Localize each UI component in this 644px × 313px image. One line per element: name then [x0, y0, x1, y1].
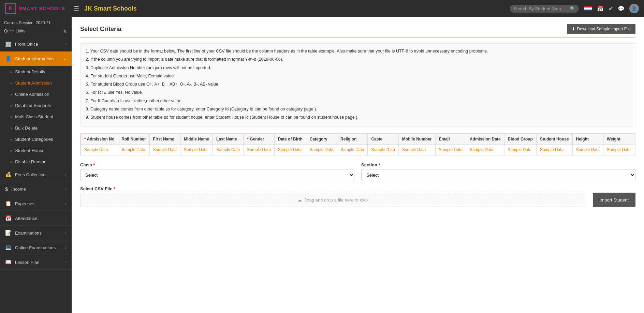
table-cell: Sample Data — [118, 145, 149, 155]
chevron-right-icon: › — [65, 173, 67, 177]
chevron-icon: » — [10, 115, 12, 119]
chevron-right-icon: › — [65, 216, 67, 220]
instructions-panel: 1. Your CSV data should be in the format… — [80, 43, 635, 126]
import-student-button[interactable]: Import Student — [593, 193, 635, 207]
sidebar-item-expenses[interactable]: 📋 Expenses › — [0, 196, 72, 211]
instruction-line: 5. For student Blood Group use O+, A+, B… — [86, 81, 630, 88]
sidebar-item-student-information[interactable]: 👤 Student Information ⌄ — [0, 51, 72, 66]
sidebar-item-examinations[interactable]: 📝 Examinations › — [0, 226, 72, 240]
sample-table: * Admission NoRoll NumberFirst NameMiddl… — [80, 134, 635, 155]
lesson-icon: 📖 — [5, 259, 12, 265]
table-row: Sample DataSample DataSample DataSample … — [81, 145, 636, 155]
section-required: * — [379, 162, 380, 167]
sidebar-subitem-student-admission[interactable]: » Student Admission — [0, 77, 72, 89]
class-group: Class * Select — [80, 162, 354, 181]
sidebar-subitem-disable-reason[interactable]: » Disable Reason — [0, 156, 72, 167]
form-section: Class * Select Section * Sel — [80, 162, 635, 207]
sidebar-subitem-student-details[interactable]: » Student Details — [0, 66, 72, 77]
csv-import-row: Select CSV File * ☁ Drag and drop a file… — [80, 186, 635, 207]
subitem-label: Student House — [15, 148, 44, 153]
file-upload-area[interactable]: ☁ Drag and drop a file here or click — [80, 193, 586, 207]
table-header: First Name — [149, 134, 180, 145]
instruction-line: 4. For student Gender use Male, Female v… — [86, 73, 630, 80]
sample-table-wrapper: * Admission NoRoll NumberFirst NameMiddl… — [80, 133, 635, 155]
hamburger-icon[interactable]: ☰ — [74, 5, 79, 12]
download-sample-button[interactable]: ⬇ Download Sample Import File — [567, 24, 635, 34]
sidebar-item-label: Online Examinations — [15, 245, 56, 250]
table-cell: Sample Data — [398, 145, 435, 155]
sidebar-item-lesson-plan[interactable]: 📖 Lesson Plan › — [0, 255, 72, 270]
class-select[interactable]: Select — [80, 169, 354, 181]
flag-icon[interactable] — [584, 6, 592, 11]
subitem-label: Disabled Students — [15, 103, 51, 108]
online-exams-icon: 💻 — [5, 244, 12, 251]
attendance-icon: 📅 — [5, 215, 12, 221]
section-select[interactable]: Select — [361, 169, 635, 181]
table-header: As on Date — [634, 134, 635, 145]
sidebar-subitem-bulk-delete[interactable]: » Bulk Delete — [0, 122, 72, 134]
app-title: JK Smart Schools — [84, 5, 505, 12]
grid-icon[interactable]: ⊞ — [64, 29, 68, 33]
instruction-line: 9. Student house comes from other table … — [86, 114, 630, 121]
chevron-icon: » — [10, 137, 12, 141]
app-logo: K SMART SCHOOLS — [5, 3, 65, 14]
chevron-right-icon: › — [65, 231, 67, 235]
instruction-line: 1. Your CSV data should be in the format… — [86, 48, 630, 55]
csv-group: Select CSV File * ☁ Drag and drop a file… — [80, 186, 586, 207]
table-header: Religion — [337, 134, 368, 145]
sidebar-item-income[interactable]: $ Income › — [0, 182, 72, 196]
tasks-icon[interactable]: ✔ — [609, 5, 613, 12]
table-header: * Admission No — [81, 134, 118, 145]
sidebar-item-attendance[interactable]: 📅 Attendance › — [0, 211, 72, 226]
sidebar-item-label: Student Information — [15, 56, 54, 61]
instruction-line: 6. For RTE use Yes, No value. — [86, 89, 630, 96]
search-input[interactable] — [513, 6, 568, 11]
file-upload-placeholder: Drag and drop a file here or click — [305, 197, 369, 203]
main-layout: Current Session: 2020-21 Quick Links ⊞ 🏢… — [0, 17, 644, 313]
table-cell: Sample Data — [274, 145, 306, 155]
sidebar-subitem-student-categories[interactable]: » Student Categories — [0, 134, 72, 145]
table-header: Blood Group — [504, 134, 536, 145]
brand-name: SMART SCHOOLS — [19, 6, 65, 11]
table-header: Roll Number — [118, 134, 149, 145]
table-cell: Sample Data — [466, 145, 504, 155]
sidebar-subitem-multi-class[interactable]: » Multi Class Student — [0, 111, 72, 122]
table-header: Email — [435, 134, 466, 145]
whatsapp-icon[interactable]: 💬 — [618, 5, 625, 12]
table-cell: Sample Data — [504, 145, 536, 155]
sidebar-subitem-student-house[interactable]: » Student House — [0, 145, 72, 156]
table-header: Caste — [368, 134, 398, 145]
class-label: Class * — [80, 162, 354, 167]
chevron-icon: » — [10, 70, 12, 74]
subitem-label: Student Categories — [15, 137, 53, 142]
top-icons: 📅 ✔ 💬 👤 — [584, 4, 639, 13]
sidebar-subitem-disabled-students[interactable]: » Disabled Students — [0, 100, 72, 111]
sidebar-item-label: Examinations — [15, 230, 42, 236]
table-header: Category — [306, 134, 337, 145]
table-cell: Sample Data — [213, 145, 243, 155]
table-cell: Sample Data — [435, 145, 466, 155]
search-bar[interactable]: 🔍 — [510, 5, 579, 13]
table-cell: Sample Data — [180, 145, 213, 155]
search-icon[interactable]: 🔍 — [570, 6, 575, 11]
table-header: * Gender — [244, 134, 274, 145]
sidebar-item-front-office[interactable]: 🏢 Front Office › — [0, 37, 72, 51]
sidebar-item-fees-collection[interactable]: 💰 Fees Collection › — [0, 167, 72, 182]
student-info-icon: 👤 — [5, 56, 12, 62]
chevron-icon: » — [10, 126, 12, 130]
chevron-icon: » — [10, 160, 12, 164]
sidebar-subitem-online-admission[interactable]: » Online Admission — [0, 89, 72, 100]
subitem-label: Student Details — [15, 69, 45, 74]
income-icon: $ — [5, 186, 8, 192]
calendar-icon[interactable]: 📅 — [597, 5, 604, 12]
sidebar-item-online-examinations[interactable]: 💻 Online Examinations › — [0, 240, 72, 255]
chevron-right-icon: › — [65, 202, 67, 206]
subitem-label: Online Admission — [15, 92, 49, 97]
table-cell: Sample Data — [149, 145, 180, 155]
instruction-line: 3. Duplicate Admission Number (unique) r… — [86, 64, 630, 72]
avatar[interactable]: 👤 — [629, 4, 639, 13]
expenses-icon: 📋 — [5, 200, 12, 207]
table-cell: Sample Data — [306, 145, 337, 155]
sidebar-item-label: Attendance — [15, 216, 38, 221]
table-header: Date of Birth — [274, 134, 306, 145]
